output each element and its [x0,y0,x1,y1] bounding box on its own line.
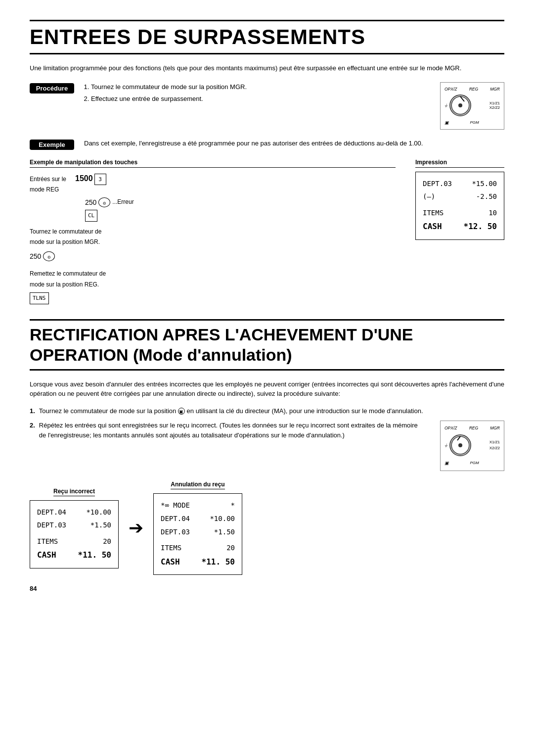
reg-label: REG [469,87,478,92]
ra-line-3: ITEMS 20 [161,541,235,555]
step-1-text: Tournez le commutateur de mode sur la po… [39,406,423,416]
r2-left: (—) [423,190,435,203]
procedure-section: Procédure Tournez le commutateur de mode… [30,82,504,130]
ra-l1-right: *10.00 [210,512,235,525]
mgr-label: MGR [490,87,500,92]
example-grid: Exemple de manipulation des touches Entr… [30,159,504,305]
intro-text: Une limitation programmée pour des fonct… [30,63,504,73]
ra-line-4: CASH *11. 50 [161,555,235,569]
value-1500: 1500 [75,172,93,186]
example-badge: Exemple [30,140,74,150]
receipt-incorrect: DEPT.04 *10.00 DEPT.03 *1.50 ITEMS 20 CA… [30,500,119,568]
impression-title: Impression [415,159,504,168]
mode-icon: ▣ [178,408,185,415]
ra-l0-right: * [231,499,235,512]
step-2-text: Répétez les entrées qui sont enregistrée… [39,421,425,440]
r3-left: ITEMS [423,206,444,220]
arrow-icon: ➔ [129,518,143,538]
ri-line-3: ITEMS 20 [37,535,111,548]
procedure-steps: Tournez le commutateur de mode sur la po… [82,82,430,106]
ra-l2-right: *1.50 [214,525,235,539]
ra-l4-right: *11. 50 [202,555,235,569]
pgm-label: PGM [470,120,479,125]
ra-line-0: *∞ MODE * [161,499,235,512]
step-2-row: 2. Répétez les entrées qui sont enregist… [30,421,504,471]
procedure-step-1: Tournez le commutateur de mode sur la po… [91,82,430,92]
receipt-incorrect-section: Reçu incorrect DEPT.04 *10.00 DEPT.03 *1… [30,488,119,568]
key-example: Exemple de manipulation des touches Entr… [30,159,396,305]
value-250: 250 [85,196,96,209]
ra-l2-left: DEPT.03 [161,525,190,539]
ri-l2-left: DEPT.03 [37,519,66,532]
ri-l4-right: *11. 50 [78,548,111,563]
ra-l4-left: CASH [161,555,180,569]
ri-l1-right: *10.00 [86,506,111,519]
page-title: ENTREES DE SURPASSEMENTS [30,20,504,54]
x1z1-label-2: X1/Z1 [490,439,500,445]
key-cl: CL [85,210,97,222]
receipt-annulation-section: Annulation du reçu *∞ MODE * DEPT.04 *10… [153,481,242,575]
svg-point-5 [458,443,462,447]
ra-l3-left: ITEMS [161,541,181,555]
receipt-incorrect-label: Reçu incorrect [53,488,95,496]
key-circle-2: ⊙ [43,251,55,261]
receipt-line-2: (—) -2.50 [423,190,497,203]
step-1: 1. Tournez le commutateur de mode sur la… [30,406,504,416]
key-tlns: TLNS [30,292,49,304]
receipt-1: DEPT.03 *15.00 (—) -2.50 ITEMS 10 CASH *… [415,172,504,240]
entries-label: Entrées sur lemode REG [30,174,66,195]
ri-line-1: DEPT.04 *10.00 [37,506,111,519]
ri-l3-right: 20 [103,535,111,548]
opxz-label: OPX/Z [445,87,457,92]
reg-instruction: Remettez le commutateur demode sur la po… [30,269,396,290]
mode-diagram-1: OPX/Z REG MGR ⏚ X1/Z1 X2/Z2 ▣ [440,82,504,130]
ri-l2-right: *1.50 [90,519,111,532]
ri-l3-left: ITEMS [37,535,58,548]
r3-right: 10 [489,206,497,220]
value-250-2: 250 [30,250,41,263]
x2z2-label-2: X2/Z2 [490,445,500,451]
x2z2-label: X2/Z2 [490,105,500,110]
r1-left: DEPT.03 [423,177,452,190]
ri-l4-left: CASH [37,548,56,563]
step-2-num: 2. [30,421,35,440]
mgr-label-2: MGR [490,425,500,431]
r4-right: *12. 50 [464,219,497,234]
key-entry-area: Entrées sur lemode REG 1500 3 250 ⊙ ...E… [30,172,396,305]
ra-line-2: DEPT.03 *1.50 [161,525,235,539]
numbered-steps: 1. Tournez le commutateur de mode sur la… [30,406,504,472]
ri-line-2: DEPT.03 *1.50 [37,519,111,532]
key-circle: ⊙ [98,197,110,207]
step-2: 2. Répétez les entrées qui sont enregist… [30,421,425,440]
key-3: 3 [94,174,106,186]
section2-intro: Lorsque vous avez besoin d'annuler des e… [30,379,504,399]
example-text: Dans cet exemple, l'enregistreuse a été … [84,139,504,148]
ra-line-1: DEPT.04 *10.00 [161,512,235,525]
mode-diagram-2: OPX/Z REG MGR ⏚ [440,421,504,471]
r1-right: *15.00 [472,177,497,190]
erreur-label: ...Erreur [112,197,134,208]
ri-l1-left: DEPT.04 [37,506,66,519]
impression-section: Impression DEPT.03 *15.00 (—) -2.50 ITEM… [415,159,504,305]
receipts-row: Reçu incorrect DEPT.04 *10.00 DEPT.03 *1… [30,481,504,575]
step-1-num: 1. [30,406,35,416]
ra-l1-left: DEPT.04 [161,512,190,525]
pgm-label-2: PGM [470,460,479,467]
receipt-line-4: CASH *12. 50 [423,219,497,234]
x1z1-label: X1/Z1 [490,101,500,105]
receipt-annulation: *∞ MODE * DEPT.04 *10.00 DEPT.03 *1.50 I… [153,493,242,575]
ra-l0-left: *∞ MODE [161,499,190,512]
reg-label-2: REG [469,425,478,431]
svg-point-2 [458,103,462,107]
procedure-badge: Procédure [30,83,74,94]
step-2-text-area: 2. Répétez les entrées qui sont enregist… [30,421,425,445]
receipt-line-1: DEPT.03 *15.00 [423,177,497,190]
section2-title: RECTIFICATION APRES L'ACHEVEMENT D'UNE O… [30,319,504,371]
procedure-step-2: Effectuez une entrée de surpassement. [91,94,430,104]
ra-l3-right: 20 [226,541,235,555]
receipt-annulation-label: Annulation du reçu [171,481,224,489]
receipt-line-3: ITEMS 10 [423,206,497,220]
opxz-label-2: OPX/Z [445,425,457,431]
r4-left: CASH [423,219,442,234]
mgr-instruction: Tournez le commutateur demode sur la pos… [30,227,396,248]
